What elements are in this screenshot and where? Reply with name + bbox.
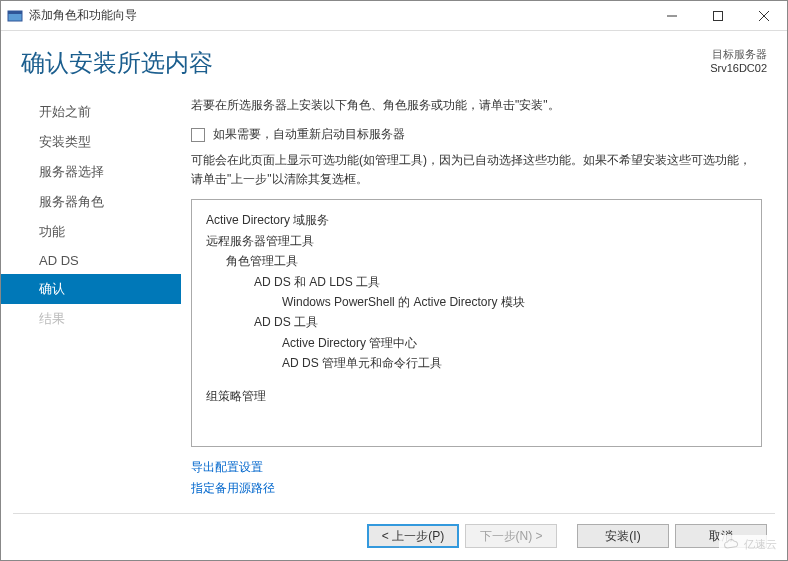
spacer bbox=[206, 374, 747, 386]
restart-checkbox-row[interactable]: 如果需要，自动重新启动目标服务器 bbox=[191, 126, 762, 143]
install-button[interactable]: 安装(I) bbox=[577, 524, 669, 548]
feature-item: AD DS 和 AD LDS 工具 bbox=[206, 272, 747, 292]
wizard-buttons: < 上一步(P) 下一步(N) > 安装(I) 取消 bbox=[367, 524, 767, 548]
sidebar-item-server-roles[interactable]: 服务器角色 bbox=[1, 187, 181, 217]
sidebar-item-confirm[interactable]: 确认 bbox=[1, 274, 181, 304]
app-icon bbox=[7, 8, 23, 24]
feature-item: AD DS 管理单元和命令行工具 bbox=[206, 353, 747, 373]
footer-divider bbox=[13, 513, 775, 514]
instruction-text: 若要在所选服务器上安装以下角色、角色服务或功能，请单击"安装"。 bbox=[191, 97, 762, 114]
sidebar-item-server-select[interactable]: 服务器选择 bbox=[1, 157, 181, 187]
header: 确认安装所选内容 目标服务器 Srv16DC02 bbox=[1, 31, 787, 87]
previous-button[interactable]: < 上一步(P) bbox=[367, 524, 459, 548]
window-title: 添加角色和功能向导 bbox=[29, 7, 649, 24]
target-server-info: 目标服务器 Srv16DC02 bbox=[710, 47, 767, 74]
feature-item: 角色管理工具 bbox=[206, 251, 747, 271]
feature-item: 远程服务器管理工具 bbox=[206, 231, 747, 251]
right-pane: 若要在所选服务器上安装以下角色、角色服务或功能，请单击"安装"。 如果需要，自动… bbox=[181, 87, 787, 498]
feature-item: Active Directory 域服务 bbox=[206, 210, 747, 230]
watermark: 亿速云 bbox=[719, 535, 781, 554]
export-config-link[interactable]: 导出配置设置 bbox=[191, 457, 762, 477]
maximize-button[interactable] bbox=[695, 1, 741, 31]
minimize-button[interactable] bbox=[649, 1, 695, 31]
page-title: 确认安装所选内容 bbox=[21, 47, 767, 79]
window-controls bbox=[649, 1, 787, 31]
feature-item: AD DS 工具 bbox=[206, 312, 747, 332]
svg-rect-1 bbox=[8, 11, 22, 14]
checkbox-icon[interactable] bbox=[191, 128, 205, 142]
next-button: 下一步(N) > bbox=[465, 524, 557, 548]
action-links: 导出配置设置 指定备用源路径 bbox=[191, 457, 762, 498]
note-text: 可能会在此页面上显示可选功能(如管理工具)，因为已自动选择这些功能。如果不希望安… bbox=[191, 151, 762, 189]
close-button[interactable] bbox=[741, 1, 787, 31]
features-list[interactable]: Active Directory 域服务 远程服务器管理工具 角色管理工具 AD… bbox=[191, 199, 762, 447]
main-content: 开始之前 安装类型 服务器选择 服务器角色 功能 AD DS 确认 结果 若要在… bbox=[1, 87, 787, 498]
sidebar-item-results: 结果 bbox=[1, 304, 181, 334]
restart-checkbox-label: 如果需要，自动重新启动目标服务器 bbox=[213, 126, 405, 143]
target-server-label: 目标服务器 bbox=[710, 47, 767, 62]
target-server-value: Srv16DC02 bbox=[710, 62, 767, 74]
svg-rect-3 bbox=[714, 11, 723, 20]
sidebar-item-features[interactable]: 功能 bbox=[1, 217, 181, 247]
sidebar-item-ad-ds[interactable]: AD DS bbox=[1, 247, 181, 274]
titlebar: 添加角色和功能向导 bbox=[1, 1, 787, 31]
watermark-text: 亿速云 bbox=[744, 537, 777, 552]
wizard-sidebar: 开始之前 安装类型 服务器选择 服务器角色 功能 AD DS 确认 结果 bbox=[1, 87, 181, 498]
cloud-icon bbox=[723, 539, 741, 551]
alt-source-link[interactable]: 指定备用源路径 bbox=[191, 478, 762, 498]
feature-item: 组策略管理 bbox=[206, 386, 747, 406]
sidebar-item-before-begin[interactable]: 开始之前 bbox=[1, 97, 181, 127]
feature-item: Active Directory 管理中心 bbox=[206, 333, 747, 353]
sidebar-item-install-type[interactable]: 安装类型 bbox=[1, 127, 181, 157]
feature-item: Windows PowerShell 的 Active Directory 模块 bbox=[206, 292, 747, 312]
